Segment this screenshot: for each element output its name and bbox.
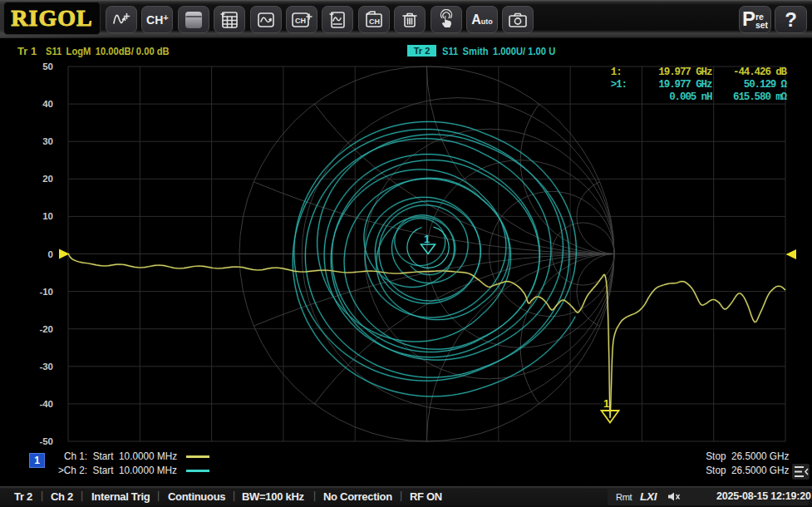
svg-text:1: 1 bbox=[603, 397, 609, 410]
svg-text:1: 1 bbox=[424, 233, 430, 245]
svg-text:0: 0 bbox=[48, 249, 53, 259]
svg-text:50: 50 bbox=[42, 62, 53, 71]
svg-text:20: 20 bbox=[42, 174, 53, 184]
svg-text:-30: -30 bbox=[39, 362, 53, 372]
svg-text:10: 10 bbox=[42, 211, 53, 221]
svg-text:-40: -40 bbox=[39, 399, 53, 409]
svg-text:-20: -20 bbox=[39, 324, 53, 334]
svg-text:30: 30 bbox=[42, 136, 53, 146]
svg-text:40: 40 bbox=[42, 99, 53, 109]
svg-text:-50: -50 bbox=[39, 436, 53, 446]
svg-text:-10: -10 bbox=[39, 287, 53, 297]
